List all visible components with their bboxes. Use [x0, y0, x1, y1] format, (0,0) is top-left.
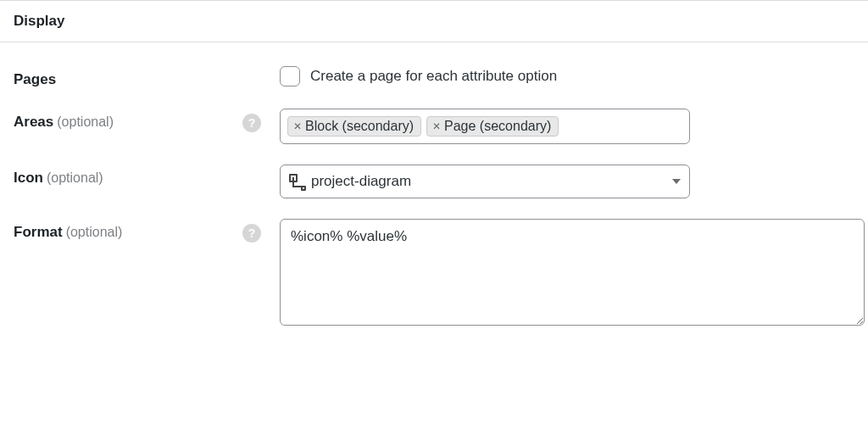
- areas-input-col: ✕ Block (secondary) ✕ Page (secondary): [280, 109, 854, 144]
- close-icon[interactable]: ✕: [292, 121, 303, 131]
- chevron-down-icon: [672, 179, 681, 184]
- format-textarea[interactable]: [280, 219, 865, 326]
- pages-checkbox[interactable]: [280, 66, 300, 86]
- field-row-areas: Areas (optional) ? ✕ Block (secondary) ✕…: [0, 97, 868, 153]
- help-col: [242, 165, 280, 170]
- icon-hint: (optional): [47, 170, 103, 186]
- icon-select-left: project-diagram: [289, 173, 411, 190]
- field-row-icon: Icon (optional) project-diagram: [0, 153, 868, 207]
- areas-tag[interactable]: ✕ Page (secondary): [426, 116, 559, 137]
- areas-label: Areas: [14, 114, 53, 131]
- format-hint: (optional): [66, 225, 123, 240]
- pages-input-col: Create a page for each attribute option: [280, 66, 854, 86]
- help-col: [242, 66, 280, 71]
- close-icon[interactable]: ✕: [431, 121, 442, 131]
- areas-tag[interactable]: ✕ Block (secondary): [287, 116, 421, 137]
- tag-label: Page (secondary): [444, 119, 551, 134]
- icon-input-col: project-diagram: [280, 165, 854, 198]
- format-label: Format: [14, 224, 63, 241]
- project-diagram-icon: [289, 174, 304, 189]
- label-col: Format (optional): [14, 219, 242, 241]
- format-input-col: [280, 219, 854, 329]
- icon-select-value: project-diagram: [311, 173, 411, 190]
- pages-checkbox-label: Create a page for each attribute option: [310, 68, 557, 85]
- icon-label: Icon: [14, 170, 43, 187]
- help-icon[interactable]: ?: [242, 114, 261, 132]
- tag-label: Block (secondary): [305, 119, 414, 134]
- help-col: ?: [242, 109, 280, 132]
- help-col: ?: [242, 219, 280, 243]
- pages-checkbox-wrap: Create a page for each attribute option: [280, 66, 854, 86]
- display-section: Display Pages Create a page for each att…: [0, 0, 868, 338]
- label-col: Areas (optional): [14, 109, 242, 131]
- label-col: Icon (optional): [14, 165, 242, 187]
- areas-hint: (optional): [57, 114, 114, 130]
- areas-tag-input[interactable]: ✕ Block (secondary) ✕ Page (secondary): [280, 109, 690, 144]
- icon-select[interactable]: project-diagram: [280, 165, 690, 198]
- label-col: Pages: [14, 66, 242, 88]
- field-row-format: Format (optional) ?: [0, 207, 868, 338]
- section-title: Display: [0, 0, 868, 42]
- pages-label: Pages: [14, 71, 56, 88]
- field-row-pages: Pages Create a page for each attribute o…: [0, 42, 868, 97]
- help-icon[interactable]: ?: [242, 224, 261, 243]
